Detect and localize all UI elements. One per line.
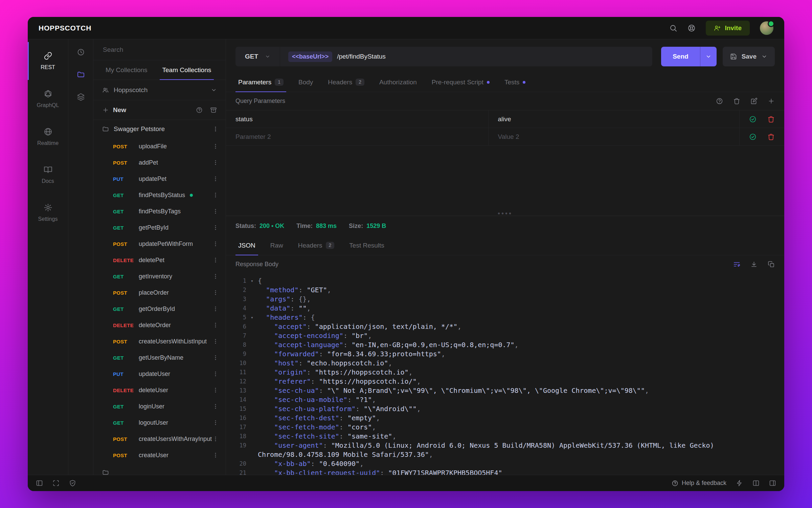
request-item-addPet[interactable]: POSTaddPet [93, 154, 226, 171]
fold-icon[interactable]: ▾ [246, 313, 258, 322]
folder-icon[interactable] [77, 70, 85, 79]
more-options-icon[interactable] [212, 208, 219, 215]
more-options-icon[interactable] [212, 403, 219, 410]
copy-icon[interactable] [768, 261, 775, 268]
search-input[interactable] [103, 46, 216, 54]
request-item-deleteUser[interactable]: DELETEdeleteUser [93, 382, 226, 398]
request-item-createUser[interactable]: POSTcreateUser [93, 447, 226, 463]
nav-item-rest[interactable]: REST [28, 42, 68, 80]
request-item-placeOrder[interactable]: POSTplaceOrder [93, 284, 226, 301]
request-tab-headers[interactable]: Headers2 [320, 72, 372, 92]
more-options-icon[interactable] [212, 143, 219, 150]
request-item-updatePet[interactable]: PUTupdatePet [93, 171, 226, 187]
response-tab-json[interactable]: JSON [231, 236, 263, 255]
help-icon[interactable] [716, 98, 723, 105]
request-item-uploadFile[interactable]: POSTuploadFile [93, 138, 226, 154]
url-input[interactable]: <<baseUrl>> /pet/findByStatus [280, 47, 652, 66]
archive-icon[interactable] [210, 107, 217, 113]
edit-icon[interactable] [750, 98, 758, 105]
help-icon[interactable] [196, 107, 203, 113]
request-item-createUsersWithArrayInput[interactable]: POSTcreateUsersWithArrayInput [93, 431, 226, 447]
request-tab-authorization[interactable]: Authorization [372, 72, 424, 92]
more-options-icon[interactable] [212, 159, 219, 166]
delete-all-icon[interactable] [733, 98, 740, 105]
more-options-icon[interactable] [212, 371, 219, 377]
param-value-input[interactable]: alive [489, 110, 740, 128]
more-options-icon[interactable] [212, 224, 219, 231]
param-active-toggle-icon[interactable] [749, 115, 757, 123]
more-options-icon[interactable] [212, 387, 219, 394]
layers-icon[interactable] [77, 93, 85, 101]
param-key-input[interactable]: Parameter 2 [226, 128, 489, 145]
split-view-icon[interactable] [752, 480, 760, 487]
more-options-icon[interactable] [212, 240, 219, 247]
collection-folder[interactable]: Swagger Petstore [93, 120, 226, 138]
search-icon[interactable] [669, 24, 677, 32]
collections-tab-team-collections[interactable]: Team Collections [155, 60, 219, 80]
request-tab-pre-request-script[interactable]: Pre-request Script [424, 72, 497, 92]
fold-icon[interactable]: ▾ [246, 276, 258, 285]
chevron-down-icon[interactable] [761, 54, 767, 60]
help-feedback-button[interactable]: Help & feedback [672, 480, 726, 487]
response-tab-headers[interactable]: Headers2 [291, 236, 342, 255]
param-delete-icon[interactable] [767, 133, 775, 141]
new-button[interactable]: New [102, 106, 126, 114]
save-button[interactable]: Save [723, 47, 775, 66]
more-options-icon[interactable] [212, 322, 219, 329]
shortcuts-icon[interactable] [736, 480, 743, 487]
request-item-getUserByName[interactable]: GETgetUserByName [93, 350, 226, 366]
expand-icon[interactable] [52, 480, 60, 487]
collections-tab-my-collections[interactable]: My Collections [98, 60, 155, 80]
shield-check-icon[interactable] [69, 480, 76, 487]
param-key-input[interactable]: status [226, 110, 489, 128]
download-icon[interactable] [750, 261, 758, 268]
more-options-icon[interactable] [212, 289, 219, 296]
request-item-findPetsByStatus[interactable]: GETfindPetsByStatus [93, 187, 226, 203]
more-options-icon[interactable] [212, 273, 219, 280]
request-tab-parameters[interactable]: Parameters1 [231, 72, 291, 92]
method-selector[interactable]: GET [235, 47, 280, 66]
add-param-icon[interactable] [768, 98, 775, 105]
avatar[interactable] [760, 21, 773, 35]
more-options-icon[interactable] [212, 175, 219, 182]
request-item-updatePetWithForm[interactable]: POSTupdatePetWithForm [93, 236, 226, 252]
request-tab-tests[interactable]: Tests [497, 72, 533, 92]
param-active-toggle-icon[interactable] [749, 133, 757, 141]
response-tab-test-results[interactable]: Test Results [342, 236, 391, 255]
support-icon[interactable] [687, 24, 696, 32]
env-variable-chip[interactable]: <<baseUrl>> [288, 51, 332, 62]
collection-folder-partial[interactable] [93, 463, 226, 475]
more-options-icon[interactable] [212, 126, 219, 132]
more-options-icon[interactable] [212, 354, 219, 361]
team-selector[interactable]: Hoppscotch [93, 80, 226, 100]
more-options-icon[interactable] [212, 452, 219, 459]
request-item-updateUser[interactable]: PUTupdateUser [93, 366, 226, 382]
request-item-getOrderById[interactable]: GETgetOrderById [93, 301, 226, 317]
send-options-button[interactable] [700, 47, 717, 66]
request-item-getPetById[interactable]: GETgetPetById [93, 219, 226, 236]
more-options-icon[interactable] [212, 436, 219, 442]
more-options-icon[interactable] [212, 257, 219, 263]
send-button[interactable]: Send [661, 47, 700, 66]
nav-item-docs[interactable]: Docs [28, 156, 68, 194]
response-tab-raw[interactable]: Raw [263, 236, 291, 255]
request-item-logoutUser[interactable]: GETlogoutUser [93, 415, 226, 431]
request-item-createUsersWithListInput[interactable]: POSTcreateUsersWithListInput [93, 333, 226, 350]
sidebar-toggle-icon[interactable] [36, 480, 43, 487]
panel-right-icon[interactable] [769, 480, 776, 487]
param-delete-icon[interactable] [767, 115, 775, 123]
more-options-icon[interactable] [212, 305, 219, 312]
invite-button[interactable]: Invite [706, 21, 750, 36]
request-item-getInventory[interactable]: GETgetInventory [93, 268, 226, 284]
clock-icon[interactable] [77, 48, 85, 56]
wrap-lines-icon[interactable] [733, 261, 740, 268]
nav-item-settings[interactable]: Settings [28, 194, 68, 232]
request-tab-body[interactable]: Body [291, 72, 320, 92]
more-options-icon[interactable] [212, 192, 219, 198]
request-item-deletePet[interactable]: DELETEdeletePet [93, 252, 226, 268]
request-item-deleteOrder[interactable]: DELETEdeleteOrder [93, 317, 226, 333]
nav-item-realtime[interactable]: Realtime [28, 118, 68, 156]
nav-item-graphql[interactable]: GraphQL [28, 80, 68, 118]
request-item-findPetsByTags[interactable]: GETfindPetsByTags [93, 203, 226, 219]
more-options-icon[interactable] [212, 419, 219, 426]
